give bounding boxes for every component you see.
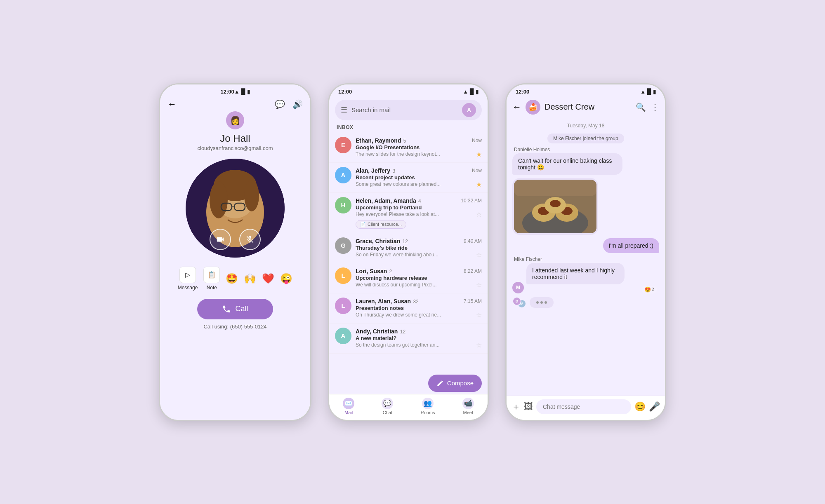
message-icon[interactable]: 💬 [275,99,285,109]
message-bubble-right: I'm all prepared :) [603,238,660,253]
message-bubble-2: I attended last week and I highly recomm… [526,263,625,284]
email-preview-1: The new slides for the design keynot... [356,151,440,157]
search-chat-icon[interactable]: 🔍 [636,102,646,112]
email-time-6: 7:15 AM [464,298,482,304]
time-1: 12:00 [220,89,234,95]
time-3: 12:00 [516,89,529,95]
message-action-button[interactable]: ▷ Message [178,267,198,291]
email-list: E Ethan, Raymond 5 Now Google I/O Presen… [329,133,488,394]
email-content-4: Grace, Christian 12 9:40 AM Thursday's b… [356,237,482,259]
star-6[interactable]: ☆ [476,311,482,319]
status-bar-1: 12:00 ▲ ▉ ▮ [211,84,259,96]
signal-icons-1: ▲ ▉ ▮ [234,89,250,95]
battery-icon-2: ▮ [476,89,478,95]
more-options-icon[interactable]: ⋮ [651,102,659,112]
call-button[interactable]: Call [197,299,273,319]
user-avatar[interactable]: A [462,103,476,117]
rooms-nav-label: Rooms [421,410,435,415]
reaction-count: 2 [652,287,654,292]
typing-avatars: D M [512,297,527,308]
star-7[interactable]: ☆ [476,341,482,349]
email-subject-1: Google I/O Presentations [356,144,482,150]
email-subject-4: Thursday's bike ride [356,245,482,251]
svg-point-4 [210,181,228,218]
email-item-2[interactable]: A Alan, Jeffery 3 Now Recent project upd… [329,163,488,193]
star-3[interactable]: ☆ [476,211,482,218]
email-content-1: Ethan, Raymond 5 Now Google I/O Presenta… [356,137,482,158]
search-bar[interactable]: ☰ Search in mail A [335,100,482,120]
star-2[interactable]: ★ [476,181,482,188]
email-item-7[interactable]: A Andy, Christian 12 A new material? So … [329,323,488,354]
email-sender-4: Grace, Christian [356,238,400,244]
email-item-5[interactable]: L Lori, Susan 2 8:22 AM Upcoming hardwar… [329,263,488,293]
email-preview-5: We will disucss our upcoming Pixel... [356,282,437,288]
wifi-icon-3: ▲ [640,89,646,95]
group-avatar: 🍰 [526,100,540,115]
group-name: Dessert Crew [544,102,632,112]
contact-name: Jo Hall [220,133,250,144]
status-bar-2: 12:00 ▲ ▉ ▮ [329,84,488,96]
signal-icon: ▉ [241,89,245,95]
dot-1 [536,301,539,304]
email-avatar-5: L [335,267,351,284]
chat-back-button[interactable]: ← [512,102,521,113]
email-sender-5: Lori, Susan [356,268,387,274]
chat-nav-icon: 💬 [382,398,393,409]
nav-mail[interactable]: ✉️ Mail [343,398,354,415]
search-placeholder-text: Search in mail [351,106,458,113]
email-subject-2: Recent project updates [356,174,482,181]
nav-chat[interactable]: 💬 Chat [382,398,393,415]
sender-label-2: Mike Fischer M I attended last week and … [512,256,659,293]
signal-icon-2: ▉ [470,89,474,95]
email-content-2: Alan, Jeffery 3 Now Recent project updat… [356,167,482,188]
email-content-5: Lori, Susan 2 8:22 AM Upcoming hardware … [356,267,482,289]
contact-email: cloudysanfrancisco@gmail.com [198,145,273,151]
mail-nav-label: Mail [344,410,353,415]
emoji-input-icon[interactable]: 😊 [634,401,646,412]
hamburger-icon[interactable]: ☰ [341,105,347,115]
reaction-badge[interactable]: 😍 2 [641,286,657,293]
emoji-2[interactable]: 🙌 [244,273,256,284]
email-time-1: Now [472,138,482,143]
mike-avatar: M [512,282,524,293]
compose-button[interactable]: Compose [428,375,482,392]
emoji-4[interactable]: 😜 [280,273,292,284]
email-item-1[interactable]: E Ethan, Raymond 5 Now Google I/O Presen… [329,133,488,163]
email-time-3: 10:32 AM [461,198,482,204]
attachment-chip[interactable]: 📄Client resource... [356,220,406,229]
mute-toggle-button[interactable] [239,229,261,250]
emoji-3[interactable]: ❤️ [262,273,274,284]
email-preview-3: Hey everyone! Please take a look at... [356,211,439,217]
add-attachment-icon[interactable]: ＋ [512,401,521,413]
chat-nav-label: Chat [383,410,392,415]
battery-icon-3: ▮ [653,89,656,95]
email-item-6[interactable]: L Lauren, Alan, Susan 32 7:15 AM Present… [329,293,488,323]
speaker-icon[interactable]: 🔊 [292,99,303,109]
voice-input-icon[interactable]: 🎤 [649,401,660,412]
video-toggle-button[interactable] [210,229,231,250]
chat-message-input[interactable] [536,399,631,414]
signal-icon-3: ▉ [647,89,651,95]
svg-point-5 [244,180,259,211]
svg-point-17 [550,200,561,207]
email-subject-7: A new material? [356,335,482,341]
email-item-3[interactable]: H Helen, Adam, Amanda 4 10:32 AM Upcomin… [329,193,488,233]
meet-nav-label: Meet [463,410,473,415]
nav-meet[interactable]: 📹 Meet [462,398,474,415]
nav-rooms[interactable]: 👥 Rooms [421,398,435,415]
star-5[interactable]: ☆ [476,281,482,289]
email-subject-3: Upcoming trip to Portland [356,204,482,211]
email-subject-5: Upcoming hardware release [356,275,482,281]
note-action-button[interactable]: 📋 Note [203,267,220,291]
email-preview-7: So the design teams got together an... [356,342,439,348]
star-4[interactable]: ☆ [476,251,482,259]
image-attach-icon[interactable]: 🖼 [524,401,533,412]
star-1[interactable]: ★ [476,150,482,158]
typing-indicator [530,297,554,308]
bottom-nav: ✉️ Mail 💬 Chat 👥 Rooms 📹 Meet [329,394,488,420]
back-button[interactable]: ← [167,99,177,110]
email-item-4[interactable]: G Grace, Christian 12 9:40 AM Thursday's… [329,233,488,263]
email-avatar-3: H [335,197,351,213]
email-avatar-6: L [335,298,351,314]
emoji-1[interactable]: 🤩 [226,273,238,284]
